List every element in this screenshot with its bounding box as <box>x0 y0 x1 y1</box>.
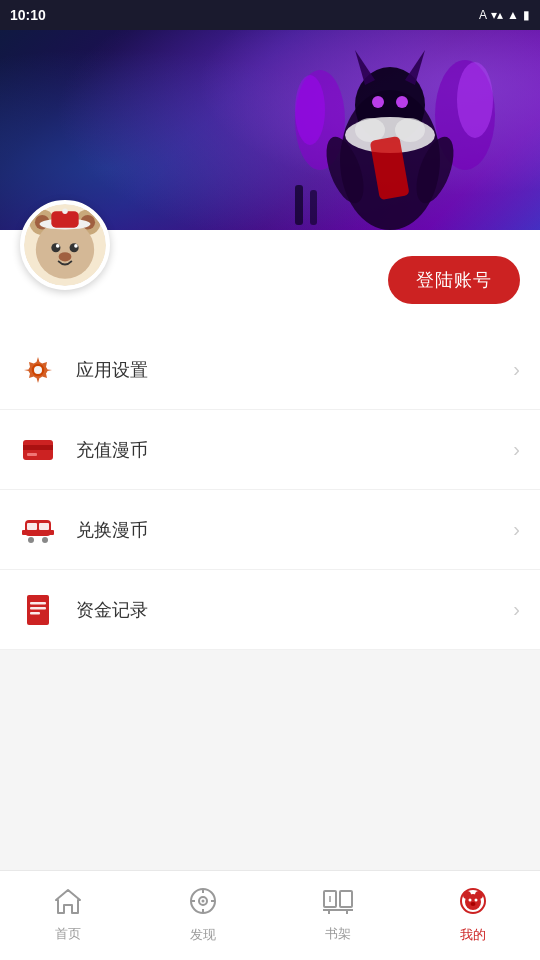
shelf-label: 书架 <box>325 925 351 943</box>
status-bar: 10:10 A ▾▴ ▲ ▮ <box>0 0 540 30</box>
svg-rect-35 <box>23 445 53 450</box>
home-label: 首页 <box>55 925 81 943</box>
svg-marker-48 <box>56 890 80 913</box>
signal-icon: ▲ <box>507 8 519 22</box>
hero-creature <box>280 30 500 250</box>
records-arrow: › <box>513 598 520 621</box>
svg-rect-44 <box>27 595 49 625</box>
svg-point-6 <box>395 118 425 142</box>
exchange-label: 兑换漫币 <box>76 518 513 542</box>
recharge-arrow: › <box>513 438 520 461</box>
svg-point-10 <box>457 62 493 138</box>
status-icons: A ▾▴ ▲ ▮ <box>479 8 530 22</box>
menu-item-settings[interactable]: 应用设置 › <box>0 330 540 410</box>
settings-arrow: › <box>513 358 520 381</box>
svg-rect-45 <box>30 602 46 605</box>
login-button[interactable]: 登陆账号 <box>388 256 520 304</box>
svg-point-28 <box>70 243 79 252</box>
svg-point-12 <box>396 96 408 108</box>
status-time: 10:10 <box>10 7 46 23</box>
nav-item-mine[interactable]: 我的 <box>405 879 540 952</box>
gear-icon <box>20 352 56 388</box>
svg-point-5 <box>355 118 385 142</box>
svg-point-51 <box>201 900 204 903</box>
menu-item-recharge[interactable]: 充值漫币 › <box>0 410 540 490</box>
svg-point-11 <box>372 96 384 108</box>
bus-icon <box>20 512 56 548</box>
home-icon <box>54 888 82 921</box>
svg-rect-16 <box>295 185 303 225</box>
menu-item-records[interactable]: 资金记录 › <box>0 570 540 650</box>
recharge-label: 充值漫币 <box>76 438 513 462</box>
svg-rect-39 <box>39 523 49 530</box>
svg-rect-42 <box>22 530 27 535</box>
svg-point-26 <box>62 209 67 214</box>
accessibility-icon: A <box>479 8 487 22</box>
card-icon <box>20 432 56 468</box>
svg-rect-47 <box>30 612 40 615</box>
mine-icon <box>459 887 487 922</box>
battery-icon: ▮ <box>523 8 530 22</box>
svg-marker-2 <box>355 50 375 85</box>
svg-rect-36 <box>27 453 37 456</box>
menu-item-exchange[interactable]: 兑换漫币 › <box>0 490 540 570</box>
settings-label: 应用设置 <box>76 358 513 382</box>
svg-point-41 <box>42 537 48 543</box>
svg-marker-3 <box>405 50 425 85</box>
svg-point-31 <box>59 252 72 261</box>
svg-point-29 <box>56 244 60 248</box>
menu-list: 应用设置 › 充值漫币 › 兑换漫币 › <box>0 330 540 650</box>
svg-rect-57 <box>340 891 352 907</box>
svg-point-8 <box>295 75 325 145</box>
avatar-section: 登陆账号 <box>0 230 540 330</box>
document-icon <box>20 592 56 628</box>
svg-point-66 <box>468 899 471 902</box>
nav-item-discover[interactable]: 发现 <box>135 879 270 952</box>
records-label: 资金记录 <box>76 598 513 622</box>
exchange-arrow: › <box>513 518 520 541</box>
nav-item-shelf[interactable]: 书架 <box>270 880 405 951</box>
nav-item-home[interactable]: 首页 <box>0 880 135 951</box>
svg-rect-46 <box>30 607 46 610</box>
svg-point-68 <box>470 902 475 906</box>
svg-point-67 <box>474 899 477 902</box>
bottom-nav: 首页 发现 书 <box>0 870 540 960</box>
shelf-icon <box>322 888 354 921</box>
svg-point-27 <box>51 243 60 252</box>
discover-icon <box>189 887 217 922</box>
svg-point-30 <box>74 244 78 248</box>
svg-rect-43 <box>49 530 54 535</box>
svg-point-33 <box>34 366 42 374</box>
mine-label: 我的 <box>460 926 486 944</box>
discover-label: 发现 <box>190 926 216 944</box>
svg-point-40 <box>28 537 34 543</box>
svg-rect-38 <box>27 523 37 530</box>
wifi-icon: ▾▴ <box>491 8 503 22</box>
avatar <box>20 200 110 290</box>
svg-rect-17 <box>310 190 317 225</box>
